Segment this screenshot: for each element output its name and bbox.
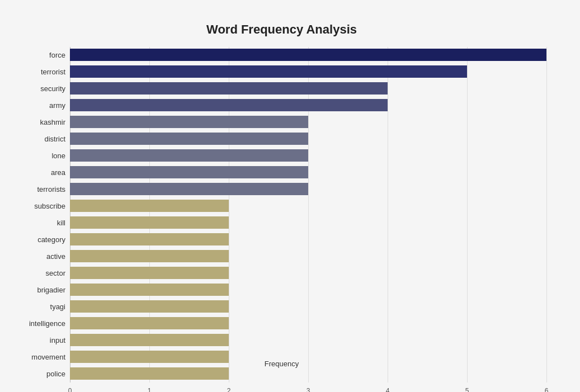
x-tick: 3: [306, 387, 310, 392]
bar-label: army: [17, 101, 70, 110]
bar: [70, 284, 229, 296]
bar-label: tyagi: [17, 303, 70, 311]
x-axis: 0123456: [17, 387, 546, 392]
bar-label: force: [17, 51, 70, 59]
bar-wrapper: [70, 183, 546, 195]
bar-label: kill: [17, 219, 70, 227]
bar-row: area: [17, 164, 546, 180]
bar-wrapper: [70, 65, 546, 78]
chart-area: forceterroristsecurityarmykashmirdistric…: [17, 47, 546, 350]
bar-row: lone: [17, 148, 546, 163]
bar-label: intelligence: [17, 319, 70, 328]
x-tick: 0: [68, 387, 72, 392]
bar-label: kashmir: [17, 118, 70, 126]
bar-wrapper: [70, 82, 546, 95]
grid-line: [546, 47, 547, 382]
bar: [70, 267, 229, 279]
x-tick: 5: [465, 387, 469, 392]
bar-row: police: [17, 366, 546, 381]
bar-wrapper: [70, 149, 546, 162]
bar-label: input: [17, 336, 70, 344]
bar: [70, 233, 229, 245]
bar-row: army: [17, 97, 546, 113]
bar-row: security: [17, 81, 546, 96]
bar-label: movement: [17, 353, 70, 361]
bar-row: movement: [17, 349, 546, 365]
bar-wrapper: [70, 317, 546, 329]
bar-label: sector: [17, 269, 70, 277]
bar-wrapper: [70, 334, 546, 346]
bar-row: input: [17, 332, 546, 348]
bar-row: kill: [17, 215, 546, 230]
bar-row: sector: [17, 265, 546, 281]
bar: [70, 149, 308, 162]
bar-wrapper: [70, 367, 546, 380]
bar-row: terrorist: [17, 64, 546, 79]
bar-label: brigadier: [17, 286, 70, 294]
bar: [70, 116, 308, 128]
bar: [70, 82, 388, 95]
bar-row: force: [17, 47, 546, 63]
bar-wrapper: [70, 284, 546, 296]
x-tick: 1: [148, 387, 152, 392]
bar-wrapper: [70, 200, 546, 212]
bar: [70, 334, 229, 346]
bar: [70, 99, 388, 111]
bar-row: category: [17, 232, 546, 247]
bar-row: subscribe: [17, 198, 546, 214]
bar-wrapper: [70, 250, 546, 262]
x-axis-ticks: 0123456: [70, 387, 546, 392]
bar: [70, 65, 467, 78]
bar-wrapper: [70, 300, 546, 313]
bar-wrapper: [70, 351, 546, 363]
bar-wrapper: [70, 49, 546, 61]
bar: [70, 133, 308, 145]
chart-container: Word Frequency Analysis forceterroristse…: [11, 11, 569, 392]
x-tick: 4: [386, 387, 390, 392]
bar: [70, 166, 308, 178]
bar-label: lone: [17, 152, 70, 160]
bar: [70, 49, 546, 61]
bar: [70, 200, 229, 212]
bar: [70, 300, 229, 313]
bar-label: security: [17, 84, 70, 93]
bar-row: active: [17, 248, 546, 264]
bar-label: district: [17, 135, 70, 143]
bar: [70, 250, 229, 262]
bar-label: active: [17, 252, 70, 261]
bar-label: subscribe: [17, 202, 70, 210]
bar: [70, 183, 308, 195]
bar-wrapper: [70, 166, 546, 178]
bar: [70, 351, 229, 363]
bar-wrapper: [70, 216, 546, 229]
bar-label: terrorist: [17, 68, 70, 76]
x-tick: 6: [545, 387, 549, 392]
bar-row: district: [17, 131, 546, 147]
bar-wrapper: [70, 133, 546, 145]
bar-row: intelligence: [17, 315, 546, 331]
chart-title: Word Frequency Analysis: [17, 22, 546, 37]
x-tick: 2: [227, 387, 231, 392]
bar: [70, 216, 229, 229]
bar-wrapper: [70, 233, 546, 245]
bar-row: tyagi: [17, 299, 546, 314]
bar-row: kashmir: [17, 114, 546, 130]
bar-row: brigadier: [17, 282, 546, 297]
bar-wrapper: [70, 116, 546, 128]
bar: [70, 367, 229, 380]
bar-label: terrorists: [17, 185, 70, 193]
bar-row: terrorists: [17, 181, 546, 197]
bar-wrapper: [70, 99, 546, 111]
bar-wrapper: [70, 267, 546, 279]
bar-label: category: [17, 235, 70, 244]
bar: [70, 317, 229, 329]
bar-label: area: [17, 168, 70, 177]
bar-label: police: [17, 370, 70, 378]
